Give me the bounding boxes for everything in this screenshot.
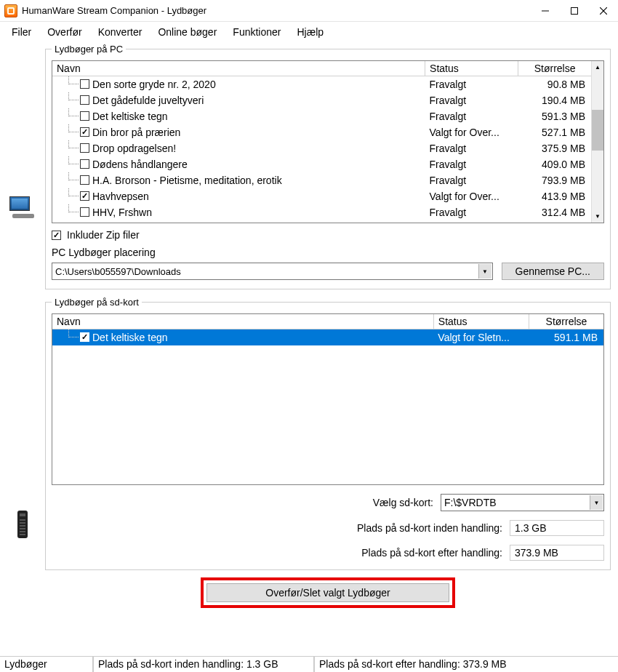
minimize-button[interactable] bbox=[531, 0, 560, 22]
row-checkbox[interactable] bbox=[80, 111, 89, 121]
table-row[interactable]: Dødens håndlangereFravalgt409.0 MB bbox=[52, 156, 591, 172]
window-title: HumanWare Stream Companion - Lydbøger bbox=[22, 5, 531, 16]
row-name: Dødens håndlangere bbox=[92, 159, 188, 170]
table-row[interactable]: HHV, FrshwnFravalgt312.4 MB bbox=[52, 204, 591, 220]
row-status: Fravalgt bbox=[425, 140, 518, 156]
space-before-label: Plads på sd-kort inden handling: bbox=[357, 522, 502, 534]
table-row[interactable]: Det gådefulde juveltyveriFravalgt190.4 M… bbox=[52, 92, 591, 108]
scroll-up-icon[interactable]: ▲ bbox=[592, 61, 603, 73]
include-zip-label[interactable]: Inkluder Zip filer bbox=[67, 229, 140, 241]
row-status: Fravalgt bbox=[425, 204, 518, 220]
transfer-button-highlight: Overfør/Slet valgt Lydbøger bbox=[201, 577, 454, 608]
row-checkbox[interactable] bbox=[80, 127, 89, 137]
row-checkbox[interactable] bbox=[80, 95, 89, 105]
pc-books-table[interactable]: Navn Status Størrelse Den sorte gryde nr… bbox=[52, 60, 604, 223]
remote-icon bbox=[17, 511, 28, 538]
row-size: 409.0 MB bbox=[518, 156, 591, 172]
select-sd-value: F:\$VRDTB bbox=[444, 497, 497, 508]
svg-rect-1 bbox=[571, 7, 578, 14]
transfer-delete-button[interactable]: Overfør/Slet valgt Lydbøger bbox=[206, 583, 449, 602]
dropdown-icon[interactable]: ▼ bbox=[478, 264, 491, 279]
row-size: 793.9 MB bbox=[518, 172, 591, 188]
menu-funktioner[interactable]: Funktioner bbox=[225, 25, 288, 39]
pc-scrollbar[interactable]: ▲ ▼ bbox=[591, 61, 603, 223]
row-status: Fravalgt bbox=[425, 92, 518, 108]
row-size: 591.3 MB bbox=[518, 108, 591, 124]
row-status: Fravalgt bbox=[425, 172, 518, 188]
row-name: Det gådefulde juveltyveri bbox=[92, 95, 204, 106]
row-status: Valgt for Over... bbox=[425, 188, 518, 204]
row-size: 312.4 MB bbox=[518, 204, 591, 220]
row-status: Valgt for Over... bbox=[425, 124, 518, 140]
pc-col-size[interactable]: Størrelse bbox=[518, 61, 591, 76]
scroll-down-icon[interactable]: ▼ bbox=[592, 210, 603, 223]
pc-col-status[interactable]: Status bbox=[425, 61, 518, 76]
table-row[interactable]: Den sorte gryde nr. 2, 2020Fravalgt90.8 … bbox=[52, 76, 591, 92]
browse-pc-button[interactable]: Gennemse PC... bbox=[502, 263, 605, 280]
table-row[interactable]: Det keltiske tegnValgt for Sletn...591.1… bbox=[52, 329, 603, 345]
menu-online-boger[interactable]: Online bøger bbox=[151, 25, 224, 39]
row-checkbox[interactable] bbox=[80, 191, 89, 201]
status-pane-2: Plads på sd-kort inden handling: 1.3 GB bbox=[93, 657, 314, 672]
title-bar: HumanWare Stream Companion - Lydbøger bbox=[0, 0, 618, 22]
row-checkbox[interactable] bbox=[80, 159, 89, 169]
row-name: Det keltiske tegn bbox=[92, 332, 168, 343]
dropdown-icon[interactable]: ▼ bbox=[590, 495, 603, 510]
sd-col-name[interactable]: Navn bbox=[52, 314, 433, 329]
space-before-value: 1.3 GB bbox=[510, 520, 604, 536]
row-name: Havhvepsen bbox=[92, 191, 149, 202]
sd-books-group: Lydbøger på sd-kort Navn Status Størrels… bbox=[45, 297, 611, 570]
close-button[interactable] bbox=[589, 0, 618, 22]
table-row[interactable]: HavhvepsenValgt for Over...413.9 MB bbox=[52, 188, 591, 204]
table-row[interactable]: H.A. Brorson - Pietisme, meditation, ero… bbox=[52, 172, 591, 188]
menu-filer[interactable]: Filer bbox=[4, 25, 39, 39]
row-name: Drop opdragelsen! bbox=[92, 143, 176, 154]
row-size: 90.8 MB bbox=[518, 76, 591, 92]
row-name: Det keltiske tegn bbox=[92, 111, 168, 122]
pc-books-legend: Lydbøger på PC bbox=[52, 44, 126, 55]
row-status: Fravalgt bbox=[425, 76, 518, 92]
pc-location-label: PC Lydbøger placering bbox=[52, 247, 604, 258]
table-row[interactable]: Din bror på prærienValgt for Over...527.… bbox=[52, 124, 591, 140]
scroll-thumb[interactable] bbox=[592, 110, 603, 151]
row-status: Fravalgt bbox=[425, 156, 518, 172]
row-checkbox[interactable] bbox=[80, 207, 89, 217]
row-name: H.A. Brorson - Pietisme, meditation, ero… bbox=[92, 175, 282, 186]
row-checkbox[interactable] bbox=[80, 175, 89, 185]
select-sd-label: Vælg sd-kort: bbox=[373, 497, 433, 508]
menu-overfor[interactable]: Overfør bbox=[40, 25, 89, 39]
row-name: Din bror på prærien bbox=[92, 127, 180, 138]
select-sd-combo[interactable]: F:\$VRDTB ▼ bbox=[441, 494, 604, 511]
sd-books-legend: Lydbøger på sd-kort bbox=[52, 297, 142, 308]
row-size: 190.4 MB bbox=[518, 92, 591, 108]
row-checkbox[interactable] bbox=[80, 332, 89, 342]
row-name: HHV, Frshwn bbox=[92, 207, 152, 218]
table-row[interactable]: Det keltiske tegnFravalgt591.3 MB bbox=[52, 108, 591, 124]
menu-bar: Filer Overfør Konverter Online bøger Fun… bbox=[0, 22, 618, 44]
row-size: 527.1 MB bbox=[518, 124, 591, 140]
menu-hjalp[interactable]: Hjælp bbox=[289, 25, 331, 39]
row-checkbox[interactable] bbox=[80, 79, 89, 89]
row-status: Fravalgt bbox=[425, 108, 518, 124]
pc-icon bbox=[9, 196, 36, 220]
row-checkbox[interactable] bbox=[80, 143, 89, 153]
pc-books-group: Lydbøger på PC Navn Status Størrelse Den… bbox=[45, 44, 611, 289]
sd-col-size[interactable]: Størrelse bbox=[529, 314, 603, 329]
maximize-button[interactable] bbox=[560, 0, 589, 22]
include-zip-checkbox[interactable] bbox=[52, 231, 61, 240]
status-bar: Lydbøger Plads på sd-kort inden handling… bbox=[0, 656, 618, 672]
space-after-label: Plads på sd-kort efter handling: bbox=[361, 547, 502, 559]
pc-location-combo[interactable]: C:\Users\b055597\Downloads ▼ bbox=[52, 263, 493, 280]
sd-col-status[interactable]: Status bbox=[433, 314, 529, 329]
row-size: 591.1 MB bbox=[529, 329, 603, 345]
row-name: Den sorte gryde nr. 2, 2020 bbox=[92, 79, 216, 90]
status-pane-1: Lydbøger bbox=[0, 657, 93, 672]
row-size: 413.9 MB bbox=[518, 188, 591, 204]
sd-books-table[interactable]: Navn Status Størrelse Det keltiske tegnV… bbox=[52, 313, 604, 485]
table-row[interactable]: Drop opdragelsen!Fravalgt375.9 MB bbox=[52, 140, 591, 156]
pc-col-name[interactable]: Navn bbox=[52, 61, 425, 76]
pc-location-value: C:\Users\b055597\Downloads bbox=[55, 266, 181, 277]
row-status: Valgt for Sletn... bbox=[433, 329, 529, 345]
status-pane-3: Plads på sd-kort efter handling: 373.9 M… bbox=[314, 657, 618, 672]
menu-konverter[interactable]: Konverter bbox=[91, 25, 150, 39]
